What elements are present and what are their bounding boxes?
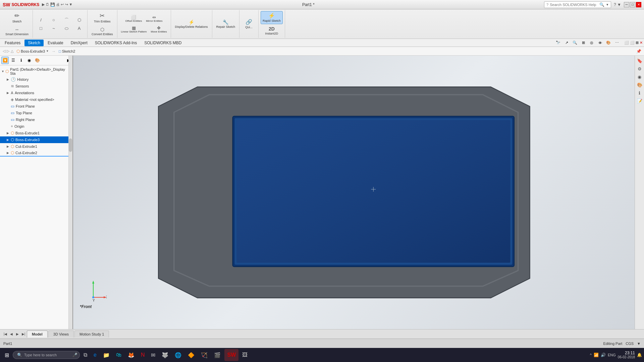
right-btn-layers[interactable]: ◉ (636, 73, 643, 80)
menu-mbd[interactable]: SOLIDWORKS MBD (141, 40, 185, 46)
minimize-button[interactable]: ─ (624, 2, 629, 7)
tab-motion-study[interactable]: Motion Study 1 (74, 330, 109, 338)
convert-entities-button[interactable]: ⬡ Convert Entities (90, 25, 115, 38)
tree-item-cut-extrude1[interactable]: ▶ ⬡ Cut-Extrude1 (0, 143, 72, 150)
taskbar-search-input[interactable] (24, 353, 70, 357)
help-btn[interactable]: ? ▼ (614, 2, 621, 7)
panel-btn-list[interactable]: ☰ (9, 57, 17, 64)
tree-item-front-plane[interactable]: ▶ ▭ Front Plane (0, 103, 72, 110)
taskbar-arrow[interactable]: 🏹 (198, 349, 210, 361)
breadcrumb-up[interactable]: △ (11, 49, 13, 53)
menu-evaluate[interactable]: Evaluate (44, 40, 67, 46)
view-zoom-btn[interactable]: 🔍 (571, 39, 579, 47)
breadcrumb-boss-extrude3[interactable]: ⬡ Boss-Extrude3 ▼ (15, 48, 50, 54)
menu-dimxpert[interactable]: DimXpert (67, 40, 91, 46)
status-dropdown[interactable]: ▼ (637, 342, 641, 346)
viewport-maximize[interactable]: ⊞ (636, 41, 639, 45)
breadcrumb-forward[interactable]: ▷ (7, 49, 9, 53)
taskbar-store[interactable]: 🛍 (113, 349, 124, 361)
tray-notification[interactable]: 🔔 (637, 353, 642, 357)
search-dropdown[interactable]: ▼ (606, 3, 609, 6)
tree-item-boss-extrude1[interactable]: ▶ ⬡ Boss-Extrude1 (0, 130, 72, 136)
tree-scroll-thumb[interactable] (69, 138, 72, 152)
tab-3d-views[interactable]: 3D Views (48, 330, 74, 338)
taskbar-netflix[interactable]: N (138, 349, 148, 361)
tree-item-right-plane[interactable]: ▶ ▭ Right Plane (0, 116, 72, 123)
offset-entities-button[interactable]: ⬜ Offset Entities (124, 14, 144, 24)
taskbar-appicon1[interactable]: 🔶 (185, 349, 197, 361)
view-section-btn[interactable]: ⊞ (580, 39, 587, 47)
text-button[interactable]: A (73, 25, 85, 32)
panel-btn-props[interactable]: ℹ (17, 57, 25, 64)
tray-expand[interactable]: ^ (590, 353, 592, 357)
tree-item-cut-extrude2[interactable]: ▶ ⬡ Cut-Extrude2 (0, 150, 72, 157)
view-front-btn[interactable]: ↗ (563, 39, 570, 47)
menu-sketch[interactable]: Sketch (24, 40, 44, 46)
taskbar-search[interactable]: 🔍 🎤 (13, 351, 80, 359)
view-display-btn[interactable]: ◎ (588, 39, 595, 47)
menu-features[interactable]: Features (1, 40, 24, 46)
ellipse-button[interactable]: ⬭ (60, 25, 72, 32)
polygon-button[interactable]: ⬡ (73, 16, 85, 23)
tab-nav-right1[interactable]: ▶ (15, 331, 20, 337)
right-btn-bookmark[interactable]: 🔖 (636, 57, 643, 64)
display-delete-relations-button[interactable]: ⚡ Display/Delete Relations (173, 18, 210, 30)
right-btn-palette[interactable]: 🎨 (636, 81, 643, 88)
menu-addins[interactable]: SOLIDWORKS Add-Ins (92, 40, 140, 46)
view-orient-btn[interactable]: 🔭 (554, 39, 562, 47)
viewport-minimize[interactable]: ⬜ (624, 41, 629, 45)
tree-item-sensors[interactable]: ▶ ≋ Sensors (0, 83, 72, 89)
breadcrumb-sketch2[interactable]: □ Sketch2 (57, 49, 77, 54)
viewport-close[interactable]: ✕ (640, 41, 643, 45)
tray-network[interactable]: 📶 (594, 353, 599, 357)
view-color-btn[interactable]: 🎨 (605, 39, 612, 47)
tree-item-annotations[interactable]: ▶ A Annotations (0, 89, 72, 96)
quick-access[interactable]: ▶ 🗒 💾 🖨 ↩ ↪ ▼ (42, 2, 72, 7)
taskbar-media[interactable]: 🎬 (211, 349, 223, 361)
taskbar-mic-icon[interactable]: 🎤 (72, 353, 77, 357)
tree-item-origin[interactable]: ▶ + Origin (0, 123, 72, 130)
search-icon[interactable]: 🔍 (599, 2, 604, 7)
taskbar-task-view[interactable]: ⧉ (81, 349, 90, 361)
tree-item-top-plane[interactable]: ▶ ▭ Top Plane (0, 110, 72, 116)
taskbar-solidworks[interactable]: SW (224, 349, 238, 361)
taskbar-photos[interactable]: 🖼 (239, 349, 250, 361)
taskbar-firefox[interactable]: 🦊 (125, 349, 137, 361)
close-button[interactable]: ✕ (636, 2, 641, 7)
right-btn-settings[interactable]: ⚙ (636, 65, 643, 72)
tab-model[interactable]: Model (27, 330, 48, 338)
tree-scrollbar[interactable] (68, 56, 72, 329)
view-hide-btn[interactable]: 👁 (596, 39, 604, 47)
instant2d-button[interactable]: 2D Instant2D (263, 25, 280, 37)
repair-sketch-button[interactable]: 🔧 Repair Sketch (214, 18, 237, 30)
help-search-box[interactable]: ? 🔍 ▼ (544, 1, 611, 8)
mirror-entities-button[interactable]: ⇔ Mirror Entities (144, 14, 164, 24)
tree-item-boss-extrude3[interactable]: ▶ ⬡ Boss-Extrude3 (0, 136, 72, 143)
circle-button[interactable]: ○ (48, 16, 60, 23)
taskbar-start[interactable]: ⊞ (2, 349, 12, 361)
arc-button[interactable]: ⌒ (60, 16, 72, 24)
sketch-button[interactable]: ✏ Sketch (10, 11, 24, 25)
tree-item-material[interactable]: ▶ ◈ Material <not specified> (0, 96, 72, 103)
right-btn-properties[interactable]: ℹ (636, 89, 643, 97)
rect-button[interactable]: □ (35, 25, 47, 32)
taskbar-explorer[interactable]: 📁 (100, 349, 112, 361)
taskbar-chrome[interactable]: 🌐 (172, 349, 184, 361)
quick-snaps-button[interactable]: 🔗 Qui... (241, 17, 256, 31)
taskbar-wolf[interactable]: 🐺 (159, 349, 171, 361)
panel-btn-layers[interactable]: ◉ (25, 57, 33, 64)
viewport-restore[interactable]: ⬜ (630, 41, 635, 45)
breadcrumb-pin[interactable]: 📌 (636, 49, 641, 54)
tab-nav-left2[interactable]: ◀ (9, 331, 14, 337)
tray-volume[interactable]: 🔊 (601, 353, 606, 357)
move-entities-button[interactable]: ✥ Move Entities (149, 24, 169, 35)
right-btn-notes[interactable]: 📝 (636, 97, 643, 105)
restore-button[interactable]: □ (630, 2, 635, 7)
tab-nav-left1[interactable]: |◀ (3, 331, 8, 337)
taskbar-mail[interactable]: ✉ (148, 349, 158, 361)
taskbar-edge[interactable]: e (91, 349, 99, 361)
rapid-sketch-button[interactable]: ⚡ Rapid Sketch (261, 11, 283, 24)
panel-btn-filter[interactable]: 🔽 (1, 57, 9, 64)
line-button[interactable]: / (35, 16, 47, 23)
trim-entities-button[interactable]: ✂ Trim Entities (92, 11, 113, 25)
